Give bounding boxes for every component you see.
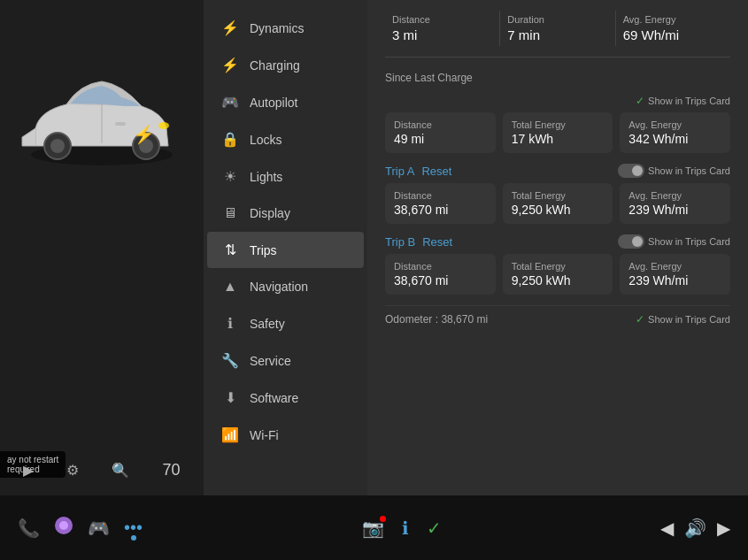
trip-b-link[interactable]: Trip B: [385, 235, 415, 249]
software-icon: ⬇: [221, 389, 239, 406]
trip-a-distance-value: 38,670 mi: [394, 203, 487, 217]
main-screen: ⚡ ay not restart required ▶ ⚙ 🔍 70 ⚡ Dyn…: [0, 0, 748, 495]
svg-rect-6: [115, 122, 126, 126]
trip-b-total-energy-value: 9,250 kWh: [512, 273, 605, 288]
speed-display: 70: [162, 461, 180, 479]
trip-a-distance-label: Distance: [394, 190, 487, 201]
check-icon[interactable]: ✓: [427, 518, 442, 539]
odometer-display: Odometer : 38,670 mi: [385, 313, 488, 326]
trips-icon: ⇅: [221, 242, 239, 258]
more-icon[interactable]: •••: [124, 518, 143, 538]
sidebar-item-lights[interactable]: ☀ Lights: [207, 158, 364, 195]
since-last-charge-row: Distance 49 mi Total Energy 17 kWh Avg. …: [385, 112, 730, 153]
trip-a-show-toggle[interactable]: Show in Trips Card: [618, 164, 730, 178]
trip-a-actions: Trip A Reset: [385, 165, 451, 178]
since-last-charge-show-toggle[interactable]: ✓ Show in Trips Card: [385, 95, 730, 107]
sidebar-item-display[interactable]: 🖥 Display: [207, 196, 364, 231]
recent-avgenergy-label: Avg. Energy: [623, 14, 723, 25]
trip-b-toggle-thumb: [632, 236, 643, 247]
trip-a-avg-energy-cell: Avg. Energy 239 Wh/mi: [620, 183, 730, 224]
sidebar-item-service[interactable]: 🔧 Service: [207, 342, 364, 379]
recent-avgenergy-value: 69 Wh/mi: [623, 27, 723, 42]
since-last-charge-header: Since Last Charge: [385, 72, 730, 88]
since-last-charge-checkmark: ✓: [636, 95, 644, 107]
sidebar-item-software[interactable]: ⬇ Software: [207, 380, 364, 416]
sidebar-label-dynamics: Dynamics: [250, 21, 304, 35]
recent-distance-label: Distance: [392, 14, 492, 25]
phone-icon[interactable]: 📞: [18, 518, 40, 539]
sidebar-item-navigation[interactable]: ▲ Navigation: [207, 269, 364, 304]
trip-a-toggle-thumb: [632, 165, 643, 176]
charging-icon: ⚡: [221, 57, 239, 73]
service-icon: 🔧: [221, 352, 239, 369]
odometer-checkmark: ✓: [636, 313, 644, 326]
trip-a-avg-energy-label: Avg. Energy: [628, 190, 721, 201]
lightning-badge: ⚡: [133, 124, 155, 145]
since-total-energy-value: 17 kWh: [512, 132, 605, 146]
trip-a-total-energy-value: 9,250 kWh: [512, 203, 605, 217]
forward-icon[interactable]: ▶: [717, 518, 730, 539]
odometer-row: Odometer : 38,670 mi ✓ Show in Trips Car…: [385, 305, 730, 326]
sidebar-label-wifi: Wi-Fi: [250, 428, 279, 442]
trip-b-row: Distance 38,670 mi Total Energy 9,250 kW…: [385, 254, 730, 295]
sidebar-item-safety[interactable]: ℹ Safety: [207, 305, 364, 341]
sidebar-label-charging: Charging: [250, 58, 300, 73]
trip-b-toggle[interactable]: [618, 234, 644, 249]
since-distance-value: 49 mi: [394, 132, 487, 146]
wifi-icon: 📶: [221, 426, 239, 443]
left-bottom-controls: ▶ ⚙ 🔍 70: [0, 454, 204, 487]
trip-a-toggle[interactable]: [618, 164, 644, 178]
back-icon[interactable]: ◀: [660, 518, 674, 539]
search-icon[interactable]: 🔍: [112, 462, 129, 479]
since-distance-cell: Distance 49 mi: [385, 112, 496, 153]
trip-b-show-toggle[interactable]: Show in Trips Card: [618, 234, 730, 249]
sidebar-item-autopilot[interactable]: 🎮 Autopilot: [207, 84, 364, 120]
sidebar-label-display: Display: [250, 206, 290, 220]
recent-trip-stats: Distance 3 mi Duration 7 min Avg. Energy…: [385, 11, 730, 58]
since-last-charge-show-label: Show in Trips Card: [648, 96, 730, 106]
trip-b-show-label: Show in Trips Card: [648, 236, 730, 247]
media-bubble-icon[interactable]: [54, 516, 73, 540]
sidebar-label-software: Software: [250, 391, 298, 405]
since-last-charge-label: Since Last Charge: [385, 72, 473, 84]
trip-b-distance-value: 38,670 mi: [394, 273, 487, 288]
equalizer-icon[interactable]: ⚙: [66, 462, 79, 479]
info-icon[interactable]: ℹ: [402, 518, 409, 539]
sidebar-item-charging[interactable]: ⚡ Charging: [207, 47, 364, 83]
display-icon: 🖥: [221, 205, 239, 221]
sidebar-item-dynamics[interactable]: ⚡ Dynamics: [207, 10, 364, 46]
play-icon[interactable]: ▶: [23, 462, 34, 479]
since-total-energy-cell: Total Energy 17 kWh: [503, 112, 613, 153]
trip-a-row: Distance 38,670 mi Total Energy 9,250 kW…: [385, 183, 730, 224]
since-distance-label: Distance: [394, 119, 487, 130]
sidebar-item-trips[interactable]: ⇅ Trips: [207, 232, 364, 268]
odometer-show-label: Show in Trips Card: [648, 314, 730, 325]
safety-icon: ℹ: [221, 315, 239, 332]
sidebar: ⚡ Dynamics ⚡ Charging 🎮 Autopilot 🔒 Lock…: [204, 0, 367, 495]
main-content: Distance 3 mi Duration 7 min Avg. Energy…: [367, 0, 748, 495]
sidebar-item-wifi[interactable]: 📶 Wi-Fi: [207, 417, 364, 453]
odometer-show-toggle[interactable]: ✓ Show in Trips Card: [636, 313, 730, 326]
sidebar-label-safety: Safety: [250, 317, 285, 331]
trip-b-distance-cell: Distance 38,670 mi: [385, 254, 496, 295]
steering-icon[interactable]: 🎮: [88, 518, 110, 539]
since-avg-energy-cell: Avg. Energy 342 Wh/mi: [620, 112, 730, 153]
volume-icon[interactable]: 🔊: [684, 518, 706, 539]
trip-b-reset[interactable]: Reset: [422, 235, 452, 249]
trip-b-total-energy-label: Total Energy: [512, 261, 605, 272]
svg-point-9: [59, 521, 68, 530]
taskbar-center: 📷 ℹ ✓: [362, 518, 442, 539]
trip-a-reset[interactable]: Reset: [421, 165, 451, 178]
trip-a-link[interactable]: Trip A: [385, 165, 414, 178]
sidebar-label-service: Service: [250, 354, 291, 368]
navigation-icon: ▲: [221, 279, 239, 295]
sidebar-label-autopilot: Autopilot: [250, 96, 297, 110]
sidebar-item-locks[interactable]: 🔒 Locks: [207, 121, 364, 157]
svg-point-7: [158, 122, 169, 129]
camera-icon[interactable]: 📷: [362, 518, 384, 539]
taskbar-right: ◀ 🔊 ▶: [660, 518, 730, 539]
taskbar-left: 📞 🎮 •••: [18, 516, 143, 540]
trip-b-avg-energy-cell: Avg. Energy 239 Wh/mi: [620, 254, 730, 295]
trip-b-header: Trip B Reset Show in Trips Card: [385, 234, 730, 249]
car-silhouette: [18, 62, 186, 186]
